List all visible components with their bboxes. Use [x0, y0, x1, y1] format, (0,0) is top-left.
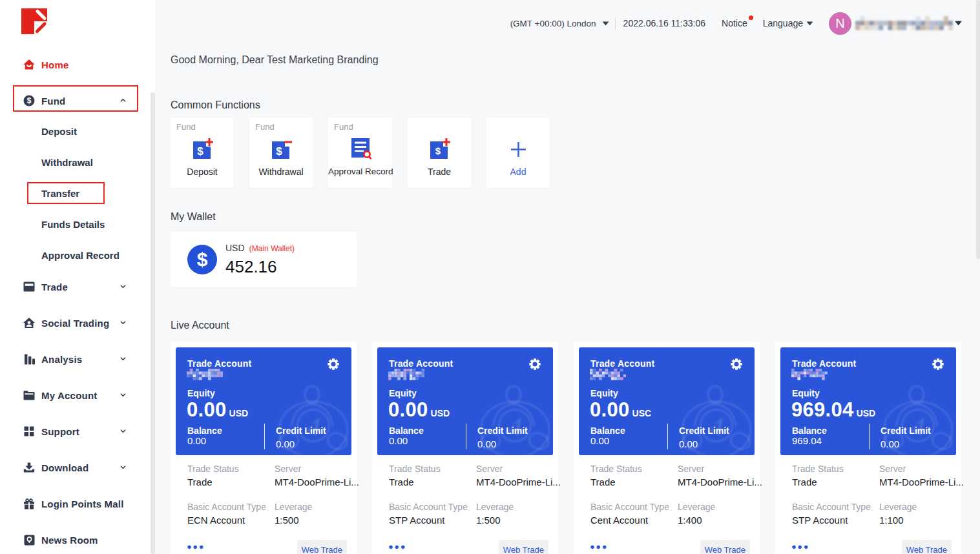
svg-text:$: $ [276, 145, 282, 158]
svg-text:$: $ [435, 145, 441, 156]
svg-text:$: $ [197, 145, 203, 158]
